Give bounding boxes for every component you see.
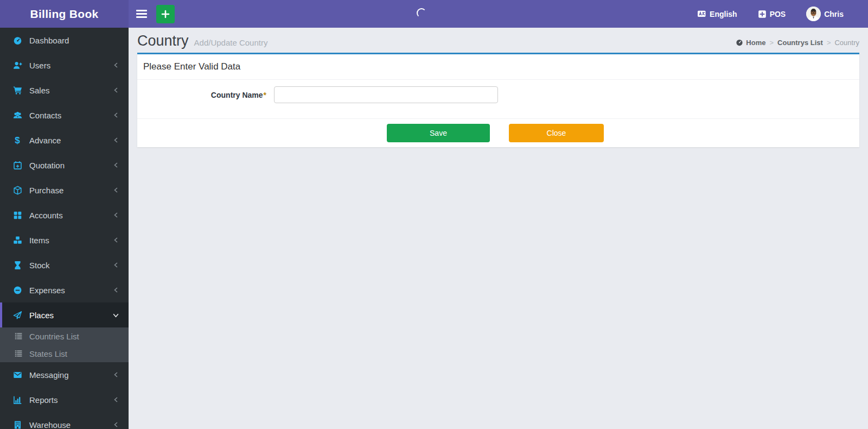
list-icon xyxy=(13,349,24,358)
chevron-left-icon xyxy=(113,421,119,428)
breadcrumb: Home > Countrys List > Country xyxy=(736,39,859,47)
sidebar-item-reports[interactable]: Reports xyxy=(0,387,129,412)
card-header: Please Enter Valid Data xyxy=(137,54,859,80)
country-form-card: Please Enter Valid Data Country Name* Sa… xyxy=(137,53,859,147)
loading-spinner xyxy=(417,8,426,18)
sidebar-subitem-label: States List xyxy=(29,349,67,358)
sidebar: Dashboard Users Sales Contacts $ Advance… xyxy=(0,28,129,429)
menu-toggle-icon[interactable] xyxy=(136,10,147,18)
dollar-icon: $ xyxy=(11,136,23,145)
chevron-left-icon xyxy=(113,112,119,118)
chevron-left-icon xyxy=(113,371,119,378)
sidebar-item-quotation[interactable]: Quotation xyxy=(0,153,129,178)
sidebar-item-contacts[interactable]: Contacts xyxy=(0,103,129,128)
users-icon xyxy=(11,111,23,120)
chevron-left-icon xyxy=(113,187,119,193)
save-button[interactable]: Save xyxy=(387,124,490,142)
home-dashboard-icon xyxy=(736,39,743,46)
page-subtitle: Add/Update Country xyxy=(194,38,268,47)
dashboard-icon xyxy=(11,36,23,45)
sidebar-item-countries-list[interactable]: Countries List xyxy=(0,327,129,345)
sidebar-item-label: Users xyxy=(29,61,50,70)
sidebar-item-accounts[interactable]: Accounts xyxy=(0,203,129,228)
page-title: Country xyxy=(137,33,189,49)
plus-icon xyxy=(161,10,170,18)
app-logo[interactable]: Billing Book xyxy=(0,0,129,28)
sidebar-item-places[interactable]: Places xyxy=(0,302,129,327)
country-name-label: Country Name* xyxy=(143,91,266,99)
chevron-left-icon xyxy=(113,62,119,68)
sidebar-item-items[interactable]: Items xyxy=(0,228,129,253)
sidebar-item-label: Dashboard xyxy=(29,36,69,45)
chevron-left-icon xyxy=(113,212,119,218)
pos-label: POS xyxy=(770,10,786,18)
breadcrumb-separator: > xyxy=(827,39,831,47)
chevron-down-icon xyxy=(112,312,119,319)
paper-plane-icon xyxy=(11,311,23,320)
main-content: Country Add/Update Country Home > Countr… xyxy=(129,28,868,429)
calendar-plus-icon xyxy=(11,161,23,170)
pos-button[interactable]: POS xyxy=(758,10,786,18)
chevron-left-icon xyxy=(113,287,119,293)
chevron-left-icon xyxy=(113,237,119,243)
user-name-label: Chris xyxy=(824,10,844,18)
sidebar-item-dashboard[interactable]: Dashboard xyxy=(0,28,129,53)
chevron-left-icon xyxy=(113,262,119,268)
list-icon xyxy=(13,332,24,340)
sidebar-item-label: Reports xyxy=(29,395,58,405)
required-marker: * xyxy=(264,91,266,99)
cart-icon xyxy=(11,86,23,95)
sidebar-item-label: Expenses xyxy=(29,286,65,295)
breadcrumb-home-link[interactable]: Home xyxy=(746,39,765,47)
country-name-input[interactable] xyxy=(274,86,498,103)
sidebar-item-messaging[interactable]: Messaging xyxy=(0,362,129,387)
language-icon xyxy=(697,9,706,18)
chevron-left-icon xyxy=(113,162,119,168)
user-menu[interactable]: Chris xyxy=(806,7,844,21)
plus-square-icon xyxy=(758,10,767,18)
sidebar-item-label: Items xyxy=(29,236,49,245)
breadcrumb-separator: > xyxy=(769,39,774,47)
sidebar-item-expenses[interactable]: Expenses xyxy=(0,277,129,302)
sidebar-item-label: Warehouse xyxy=(29,420,71,429)
sidebar-item-label: Sales xyxy=(29,86,50,95)
sidebar-subitem-label: Countries List xyxy=(29,332,79,341)
language-menu[interactable]: English xyxy=(697,9,737,18)
breadcrumb-current: Country xyxy=(834,39,859,47)
chevron-left-icon xyxy=(113,87,119,93)
sidebar-item-purchase[interactable]: Purchase xyxy=(0,178,129,203)
sidebar-item-users[interactable]: Users xyxy=(0,53,129,78)
building-icon xyxy=(11,420,23,429)
user-plus-icon xyxy=(11,61,23,70)
sidebar-item-warehouse[interactable]: Warehouse xyxy=(0,412,129,429)
quick-add-button[interactable] xyxy=(156,5,175,23)
sidebar-item-label: Advance xyxy=(29,136,61,145)
avatar xyxy=(806,7,821,21)
envelope-icon xyxy=(11,370,23,380)
sidebar-item-advance[interactable]: $ Advance xyxy=(0,128,129,153)
sidebar-item-label: Places xyxy=(29,311,54,320)
sidebar-item-label: Purchase xyxy=(29,186,63,195)
close-button[interactable]: Close xyxy=(509,124,604,142)
sidebar-item-label: Contacts xyxy=(29,111,61,120)
sidebar-item-states-list[interactable]: States List xyxy=(0,345,129,362)
breadcrumb-countrys-list-link[interactable]: Countrys List xyxy=(777,39,823,47)
language-label: English xyxy=(710,10,737,18)
grid-icon xyxy=(11,211,23,220)
minus-circle-icon xyxy=(11,286,23,295)
topbar: Billing Book English POS xyxy=(0,0,868,28)
chevron-left-icon xyxy=(113,396,119,403)
cube-icon xyxy=(11,186,23,195)
chevron-left-icon xyxy=(113,137,119,143)
sidebar-item-sales[interactable]: Sales xyxy=(0,78,129,103)
cubes-icon xyxy=(11,236,23,245)
places-submenu: Countries List States List xyxy=(0,327,129,362)
sidebar-item-label: Messaging xyxy=(29,370,69,380)
sidebar-item-label: Quotation xyxy=(29,161,65,170)
sidebar-item-label: Accounts xyxy=(29,211,63,220)
sidebar-item-label: Stock xyxy=(29,261,50,270)
hourglass-icon xyxy=(11,261,23,270)
bar-chart-icon xyxy=(11,395,23,405)
sidebar-item-stock[interactable]: Stock xyxy=(0,253,129,277)
